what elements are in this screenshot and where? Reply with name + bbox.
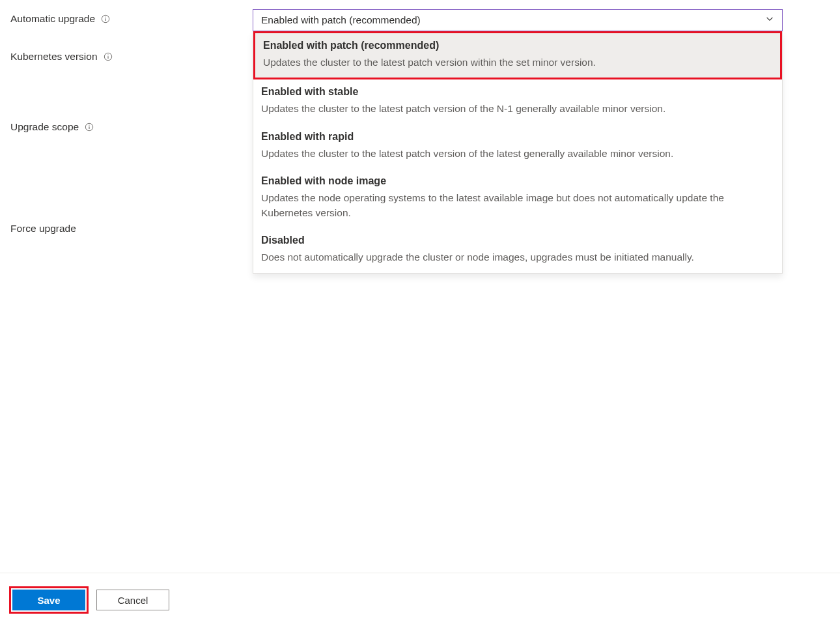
dropdown-option-disabled[interactable]: Disabled Does not automatically upgrade … (253, 228, 782, 272)
option-title: Enabled with node image (261, 175, 774, 187)
dropdown-option-node-image[interactable]: Enabled with node image Updates the node… (253, 169, 782, 228)
footer-actions: Save Cancel (0, 573, 840, 628)
automatic-upgrade-label: Automatic upgrade (10, 13, 95, 25)
svg-point-2 (105, 17, 105, 18)
option-desc: Updates the cluster to the latest patch … (261, 147, 774, 161)
save-button[interactable]: Save (12, 590, 85, 610)
dropdown-listbox: Enabled with patch (recommended) Updates… (253, 31, 783, 274)
dropdown-option-patch[interactable]: Enabled with patch (recommended) Updates… (253, 31, 782, 79)
dropdown-option-stable[interactable]: Enabled with stable Updates the cluster … (253, 79, 782, 124)
option-title: Enabled with rapid (261, 131, 774, 143)
option-title: Disabled (261, 235, 774, 246)
option-desc: Updates the node operating systems to th… (261, 191, 774, 220)
automatic-upgrade-dropdown[interactable]: Enabled with patch (recommended) (253, 9, 783, 31)
option-title: Enabled with stable (261, 86, 774, 98)
info-icon[interactable] (100, 14, 111, 24)
svg-point-8 (89, 125, 90, 126)
force-upgrade-label: Force upgrade (10, 223, 76, 235)
kubernetes-version-label: Kubernetes version (10, 51, 98, 63)
info-icon[interactable] (103, 51, 113, 62)
dropdown-selected-value: Enabled with patch (recommended) (261, 14, 421, 26)
chevron-down-icon (765, 14, 774, 26)
option-desc: Does not automatically upgrade the clust… (261, 250, 774, 264)
info-icon[interactable] (84, 122, 94, 132)
cancel-button[interactable]: Cancel (96, 590, 169, 610)
option-title: Enabled with patch (recommended) (263, 40, 772, 51)
option-desc: Updates the cluster to the latest patch … (263, 55, 772, 70)
dropdown-option-rapid[interactable]: Enabled with rapid Updates the cluster t… (253, 124, 782, 169)
svg-point-5 (107, 55, 108, 55)
upgrade-scope-label: Upgrade scope (10, 121, 79, 133)
option-desc: Updates the cluster to the latest patch … (261, 102, 774, 116)
